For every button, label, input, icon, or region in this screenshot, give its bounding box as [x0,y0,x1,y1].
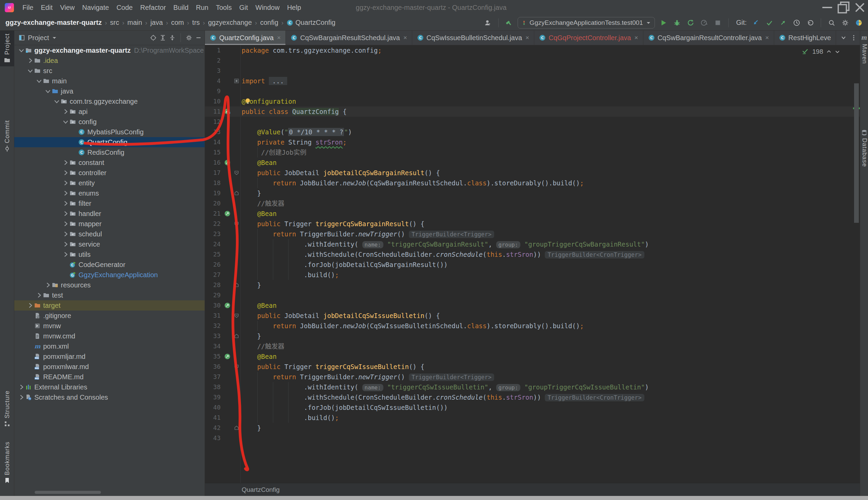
tree-item-ggzy-exchange-master-quartz[interactable]: ggzy-exchange-master-quartzD:\ProgramWor… [14,45,204,55]
tree-item-.idea[interactable]: .idea [14,55,204,66]
code-line-41[interactable]: 41 .build(); [205,412,860,423]
tree-item-utils[interactable]: utils [14,249,204,260]
code-line-14[interactable]: 14 private String strSron; [205,137,860,147]
tree-item-MybatisPlusConfig[interactable]: CMybatisPlusConfig [14,127,204,137]
chevron-right-icon[interactable] [44,281,52,289]
code-line-12[interactable]: 12 [205,117,860,127]
toolwindow-tab-structure[interactable]: Structure [0,388,14,430]
breadcrumb-item[interactable]: ggzyexchange [208,19,252,26]
tree-item-QuartzConfig[interactable]: CQuartzConfig [14,137,204,147]
chevron-down-icon[interactable] [53,98,60,105]
code-line-32[interactable]: 32 return JobBuilder.newJob(CqSwIssueBul… [205,321,860,331]
fold-plus-icon[interactable] [234,79,239,83]
tree-item-test[interactable]: test [14,290,204,300]
fold-start-icon[interactable] [234,313,239,318]
chevron-right-icon[interactable] [62,240,69,248]
code-line-30[interactable]: 30 @Bean [205,300,860,310]
menu-git[interactable]: Git [235,0,252,15]
fold-end-icon[interactable] [234,334,239,339]
chevron-right-icon[interactable] [18,394,25,401]
chevron-down-icon[interactable] [35,77,43,85]
next-problem-icon[interactable] [835,49,840,54]
chevron-right-icon[interactable] [62,169,69,177]
chevron-right-icon[interactable] [62,230,69,238]
fold-start-icon[interactable] [234,364,239,369]
gear-icon[interactable] [840,18,850,28]
chevron-right-icon[interactable] [62,210,69,217]
menu-tools[interactable]: Tools [212,0,235,15]
code-line-38[interactable]: 38 .withIdentity( name: "triggerCqSwIssu… [205,382,860,392]
code-line-33[interactable]: 33 } [205,331,860,341]
git-push-icon[interactable] [778,18,788,28]
code-line-1[interactable]: 1package com.trs.ggzyexchange.config; [205,45,860,55]
menu-refactor[interactable]: Refactor [136,0,169,15]
code-line-10[interactable]: 10@Configuration [205,96,860,106]
code-line-36[interactable]: 36 public Trigger triggerCqSwIssueBullet… [205,362,860,372]
chevron-right-icon[interactable] [62,190,69,197]
more-vertical-icon[interactable] [850,34,857,41]
chevron-down-icon[interactable] [62,118,69,125]
chevron-down-icon[interactable] [26,67,34,75]
tab-CqSwBargainResultSchedul.java[interactable]: CCqSwBargainResultSchedul.java× [286,31,412,45]
inspections-widget[interactable]: 198 [802,48,840,55]
collapse-all-icon[interactable] [169,34,176,41]
tree-item-src[interactable]: src [14,66,204,76]
chevron-right-icon[interactable] [35,292,43,299]
project-panel-title[interactable]: Project [28,34,49,42]
scrollbar-thumb[interactable] [854,83,859,223]
code-line-20[interactable]: 20 //触发器 [205,198,860,208]
rollback-icon[interactable] [805,18,815,28]
tree-item-Scratches and Consoles[interactable]: Scratches and Consoles [14,392,204,402]
breadcrumb-item[interactable]: ggzy-exchange-master-quartz [5,19,102,26]
fold-end-icon[interactable] [234,191,239,196]
chevron-right-icon[interactable] [26,57,34,64]
tree-item-mvnw[interactable]: mvnw [14,321,204,331]
fold-end-icon[interactable] [234,425,239,430]
breadcrumb-item[interactable]: src [110,19,119,26]
chevron-right-icon[interactable] [62,251,69,258]
debug-icon[interactable] [672,18,682,28]
stop-icon[interactable] [713,18,723,28]
build-hammer-icon[interactable] [504,18,514,28]
hide-panel-icon[interactable] [195,34,202,41]
chevron-right-icon[interactable] [62,200,69,207]
code-line-4[interactable]: 4import ... [205,76,860,86]
tree-item-pom.xml[interactable]: mpom.xml [14,341,204,351]
close-icon[interactable]: × [634,34,638,42]
code-line-42[interactable]: 42 } [205,423,860,433]
git-commit-icon[interactable] [764,18,775,28]
editor-scrollbar[interactable] [853,45,860,483]
tree-item-target[interactable]: target [14,300,204,310]
tree-item-pomxmlwar.md[interactable]: MDpomxmlwar.md [14,362,204,372]
menu-help[interactable]: Help [283,0,305,15]
bulb-icon[interactable] [244,98,251,104]
breadcrumb-item[interactable]: config [260,19,278,26]
restore-icon[interactable] [835,0,852,15]
tree-item-schedul[interactable]: schedul [14,229,204,239]
code-line-40[interactable]: 40 .forJob(jobDetailCqSwIssueBulletin()) [205,402,860,412]
tree-item-entity[interactable]: entity [14,178,204,188]
tree-item-resources[interactable]: resources [14,280,204,290]
tree-item-GgzyExchangeApplication[interactable]: GGgzyExchangeApplication [14,270,204,280]
code-line-9[interactable]: 9 [205,86,860,96]
code-line-43[interactable]: 43 [205,433,860,443]
code-line-29[interactable]: 29 [205,290,860,300]
tree-item-External Libraries[interactable]: External Libraries [14,382,204,392]
spring-bean-icon[interactable] [224,159,231,166]
tree-horizontal-scrollbar[interactable] [35,491,101,494]
code-line-19[interactable]: 19 } [205,188,860,198]
code-line-31[interactable]: 31 public JobDetail jobDetailCqSwIssueBu… [205,310,860,321]
tree-item-mapper[interactable]: mapper [14,219,204,229]
code-line-27[interactable]: 27 .build(); [205,270,860,280]
breadcrumb-item[interactable]: QuartzConfig [295,19,336,26]
fold-end-icon[interactable] [234,283,239,287]
gear-icon[interactable] [186,34,192,41]
breadcrumb-item[interactable]: com [171,19,184,26]
expand-all-icon[interactable] [160,34,166,41]
code-line-35[interactable]: 35 @Bean [205,351,860,362]
code-editor[interactable]: 1package com.trs.ggzyexchange.config;234… [205,45,860,483]
code-line-23[interactable]: 23 return TriggerBuilder.newTrigger() Tr… [205,229,860,239]
code-line-22[interactable]: 22 public Trigger triggerCqSwBargainResu… [205,219,860,229]
code-line-34[interactable]: 34 //触发器 [205,341,860,351]
tree-item-java[interactable]: java [14,86,204,96]
